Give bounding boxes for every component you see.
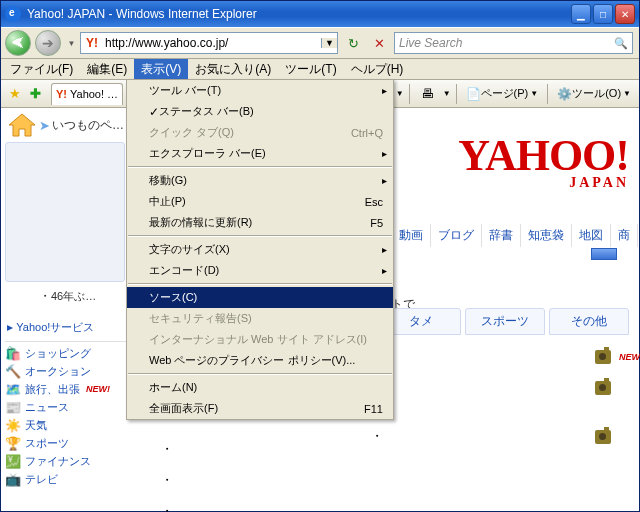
feed-item[interactable]: ・NEW! — [371, 348, 640, 365]
search-placeholder: Live Search — [395, 36, 610, 50]
refresh-button[interactable]: ↻ — [341, 32, 365, 54]
news-snippet[interactable]: ・46年ぶ… — [39, 288, 96, 305]
menu-intl[interactable]: インターナショナル Web サイト アドレス(I) — [127, 329, 393, 350]
menu-textsize[interactable]: 文字のサイズ(X) — [127, 239, 393, 260]
sidebar: ▸ Yahoo!サービス 🛍️ショッピング🔨オークション🗺️旅行、出張NEW!📰… — [5, 318, 131, 488]
sidebar-link[interactable]: テレビ — [25, 472, 58, 487]
sidebar-item[interactable]: 💹ファイナンス — [5, 452, 131, 470]
menu-home[interactable]: ホーム(N) — [127, 377, 393, 398]
midtab-sports[interactable]: スポーツ — [465, 308, 545, 335]
menu-privacy[interactable]: Web ページのプライバシー ポリシー(V)... — [127, 350, 393, 371]
view-menu-dropdown: ツール バー(T) ✓ ステータス バー(B) クイック タブ(Q)Ctrl+Q… — [126, 79, 394, 420]
sidebar-icon: 📺 — [5, 471, 21, 487]
sidebar-link[interactable]: オークション — [25, 364, 91, 379]
sidebar-item[interactable]: 📺テレビ — [5, 470, 131, 488]
sidebar-item[interactable]: 📰ニュース — [5, 398, 131, 416]
tab-title: Yahoo! … — [70, 88, 118, 100]
midtab-other[interactable]: その他 — [549, 308, 629, 335]
topnav-chie[interactable]: 知恵袋 — [521, 224, 572, 247]
menu-toolbars[interactable]: ツール バー(T) — [127, 80, 393, 101]
tools-menu-button[interactable]: ⚙️ツール(O)▼ — [553, 86, 635, 101]
search-icon[interactable]: 🔍 — [610, 37, 632, 50]
feed-item[interactable]: ・ — [161, 472, 173, 489]
page-menu-button[interactable]: 📄ページ(P)▼ — [462, 86, 543, 101]
tab-favicon-icon: Y! — [56, 88, 67, 100]
sidebar-icon: 📰 — [5, 399, 21, 415]
mid-tabs: タメ スポーツ その他 — [381, 308, 629, 335]
menu-view[interactable]: 表示(V) — [134, 59, 188, 80]
menu-security[interactable]: セキュリティ報告(S) — [127, 308, 393, 329]
menu-quicktabs[interactable]: クイック タブ(Q)Ctrl+Q — [127, 122, 393, 143]
title-bar: Yahoo! JAPAN - Windows Internet Explorer — [1, 1, 639, 27]
sidebar-link[interactable]: 旅行、出張 — [25, 382, 80, 397]
menu-goto[interactable]: 移動(G) — [127, 170, 393, 191]
menu-edit[interactable]: 編集(E) — [80, 59, 134, 80]
topnav-shop[interactable]: 商 — [611, 224, 638, 247]
yahoo-favicon-icon: Y! — [83, 34, 101, 52]
menu-fullscreen[interactable]: 全画面表示(F)F11 — [127, 398, 393, 419]
menu-help[interactable]: ヘルプ(H) — [344, 59, 411, 80]
feed-item[interactable]: ・ — [161, 441, 173, 458]
home-icon — [7, 112, 37, 138]
menu-encoding[interactable]: エンコード(D) — [127, 260, 393, 281]
topnav-blog[interactable]: ブログ — [431, 224, 482, 247]
minimize-button[interactable] — [571, 4, 591, 24]
address-bar[interactable]: Y! http://www.yahoo.co.jp/ ▼ — [80, 32, 338, 54]
sidebar-icon: 🛍️ — [5, 345, 21, 361]
topnav-video[interactable]: 動画 — [392, 224, 431, 247]
new-badge: NEW! — [86, 384, 110, 394]
stop-button[interactable]: ✕ — [367, 32, 391, 54]
window-title: Yahoo! JAPAN - Windows Internet Explorer — [27, 7, 571, 21]
sidebar-link[interactable]: 天気 — [25, 418, 47, 433]
menu-explorerbar[interactable]: エクスプローラ バー(E) — [127, 143, 393, 164]
feed-item[interactable]: ・ — [161, 503, 173, 512]
sidebar-item[interactable]: 🛍️ショッピング — [5, 344, 131, 362]
menu-bar: ファイル(F) 編集(E) 表示(V) お気に入り(A) ツール(T) ヘルプ(… — [1, 59, 639, 80]
forward-button[interactable]: ➔ — [35, 30, 61, 56]
menu-refresh[interactable]: 最新の情報に更新(R)F5 — [127, 212, 393, 233]
address-url[interactable]: http://www.yahoo.co.jp/ — [103, 36, 321, 50]
topnav-map[interactable]: 地図 — [572, 224, 611, 247]
nav-dropdown[interactable]: ▼ — [65, 30, 78, 56]
back-button[interactable]: ⮜ — [5, 30, 31, 56]
sidebar-link[interactable]: ショッピング — [25, 346, 91, 361]
camera-icon — [595, 430, 611, 444]
promo-panel — [5, 142, 125, 282]
sidebar-link[interactable]: ファイナンス — [25, 454, 91, 469]
search-box[interactable]: Live Search 🔍 — [394, 32, 633, 54]
favorites-star-icon[interactable]: ★ — [5, 84, 25, 104]
menu-tools[interactable]: ツール(T) — [278, 59, 343, 80]
camera-icon — [595, 381, 611, 395]
browser-tab[interactable]: Y! Yahoo! … — [51, 83, 123, 105]
tagline-text: いつものペ… — [52, 117, 124, 134]
add-favorite-icon[interactable]: ✚ — [25, 84, 45, 104]
sidebar-icon: ☀️ — [5, 417, 21, 433]
address-dropdown[interactable]: ▼ — [321, 38, 337, 48]
sidebar-item[interactable]: 🗺️旅行、出張NEW! — [5, 380, 131, 398]
menu-statusbar[interactable]: ✓ ステータス バー(B) — [127, 101, 393, 122]
maximize-button[interactable] — [593, 4, 613, 24]
menu-favorites[interactable]: お気に入り(A) — [188, 59, 278, 80]
sidebar-icon: 💹 — [5, 453, 21, 469]
sidebar-heading[interactable]: ▸ Yahoo!サービス — [5, 318, 131, 342]
sidebar-item[interactable]: 🏆スポーツ — [5, 434, 131, 452]
print-icon[interactable]: 🖶 — [416, 82, 440, 106]
feed-item[interactable]: ・ — [371, 379, 640, 396]
menu-stop[interactable]: 中止(P)Esc — [127, 191, 393, 212]
sidebar-link[interactable]: ニュース — [25, 400, 69, 415]
navigation-bar: ⮜ ➔ ▼ Y! http://www.yahoo.co.jp/ ▼ ↻ ✕ L… — [1, 27, 639, 59]
feed-thumbs: ・NEW! ・ — [371, 348, 640, 396]
breadcrumb-home: ➤ いつものペ… — [7, 112, 124, 138]
sidebar-item[interactable]: ☀️天気 — [5, 416, 131, 434]
feed-item[interactable]: ・ — [371, 428, 611, 445]
ie-icon — [5, 6, 21, 22]
search-button[interactable] — [591, 248, 617, 260]
chevron-right-icon: ➤ — [39, 118, 50, 133]
topnav-dict[interactable]: 辞書 — [482, 224, 521, 247]
sidebar-item[interactable]: 🔨オークション — [5, 362, 131, 380]
close-button[interactable] — [615, 4, 635, 24]
top-nav: 動画 ブログ 辞書 知恵袋 地図 商 — [391, 224, 638, 247]
menu-source[interactable]: ソース(C) — [127, 287, 393, 308]
menu-file[interactable]: ファイル(F) — [3, 59, 80, 80]
sidebar-link[interactable]: スポーツ — [25, 436, 69, 451]
